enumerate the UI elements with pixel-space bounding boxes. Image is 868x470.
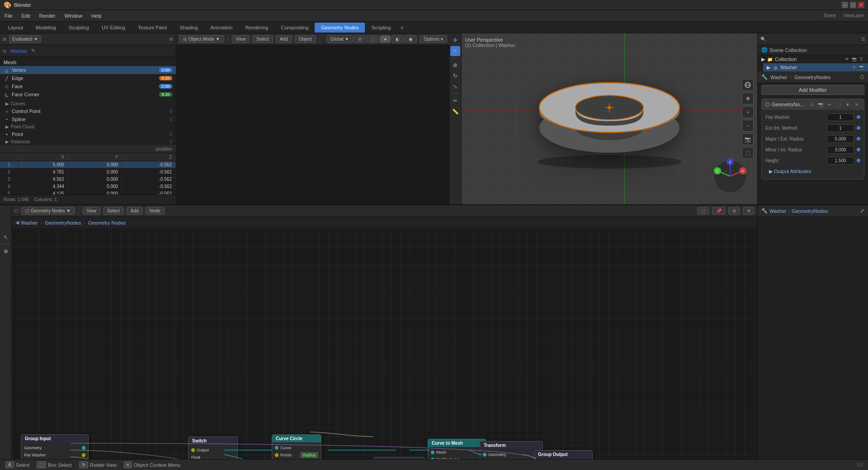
tab-modeling[interactable]: Modeling	[29, 23, 62, 33]
global-dropdown[interactable]: Global ▼	[326, 35, 354, 43]
overlay-btn[interactable]: ⊙	[354, 35, 366, 43]
menu-edit[interactable]: Edit	[17, 10, 35, 21]
menu-render[interactable]: Render	[35, 10, 60, 21]
mode-selector[interactable]: ◎ Object Mode ▼	[179, 35, 224, 43]
face-corner-item[interactable]: ◺ Face Corner 8.2K	[0, 90, 176, 99]
nav-zoom-in[interactable]: +	[742, 106, 754, 118]
cc1-points-val[interactable]: Radius	[300, 452, 318, 458]
output-attrs[interactable]: ▶ Output Attributes	[765, 167, 860, 176]
object-menu[interactable]: Object	[295, 35, 316, 43]
collection-filter[interactable]: ☰	[858, 56, 864, 62]
node-menu[interactable]: Node	[146, 207, 165, 215]
washer-render[interactable]: 📷	[858, 64, 864, 70]
close-button[interactable]: ✕	[858, 2, 864, 8]
collection-render[interactable]: 📷	[851, 56, 857, 62]
edge-item[interactable]: ╱ Edge 4.1K	[0, 74, 176, 82]
shading-solid[interactable]: ●	[380, 35, 391, 43]
minor-radius-value[interactable]: 3.000	[827, 146, 854, 154]
evaluated-dropdown[interactable]: Evaluated ▼	[9, 35, 41, 43]
measure-tool[interactable]: 📏	[450, 107, 460, 117]
tab-layout[interactable]: Layout	[2, 23, 29, 33]
tab-texture-paint[interactable]: Texture Paint	[132, 23, 173, 33]
tab-geometry-nodes[interactable]: Geometry Nodes	[315, 23, 365, 33]
camera-view[interactable]: 📷	[742, 133, 754, 145]
modifier-dropdown-btn[interactable]: ▼	[844, 101, 851, 108]
modifier-realtime-btn[interactable]: ⊙	[808, 101, 815, 108]
nav-pan[interactable]: ✥	[742, 93, 754, 104]
node-close-btn[interactable]: ✕	[743, 207, 755, 215]
node-bc-group[interactable]: Geometry Nodes	[88, 220, 126, 226]
scale-tool[interactable]: ⤡	[450, 82, 460, 92]
tab-shading[interactable]: Shading	[173, 23, 204, 33]
rp-expand-btn[interactable]: ⤢	[860, 208, 864, 214]
node-new-btn[interactable]: ⬚	[697, 207, 709, 215]
options-btn[interactable]: Options ▾	[420, 35, 447, 43]
move-tool[interactable]: ⊕	[450, 60, 460, 70]
curves-section-header[interactable]: ▶ Curves	[0, 100, 176, 107]
shading-material[interactable]: ◐	[392, 35, 404, 43]
spline-item[interactable]: ~ Spline 0	[0, 115, 176, 123]
modifier-viewport-btn[interactable]: ⬚	[835, 101, 842, 108]
rotate-tool[interactable]: ↻	[450, 71, 460, 81]
node-bc-mod[interactable]: GeometryNodes	[45, 220, 81, 226]
node-zoom-tool[interactable]: ⊕	[1, 246, 11, 256]
add-menu[interactable]: Add	[276, 35, 292, 43]
nav-orbit[interactable]	[742, 79, 754, 91]
face-item[interactable]: □ Face 2.0K	[0, 82, 176, 90]
modifier-close-btn[interactable]: ✕	[853, 101, 860, 108]
tab-animation[interactable]: Animation	[204, 23, 239, 33]
table-row[interactable]: 1 5.000 0.000 -0.562	[0, 161, 176, 169]
tab-rendering[interactable]: Rendering	[239, 23, 274, 33]
washer-eye[interactable]: 👁	[851, 64, 857, 70]
node-editor[interactable]: ⬡ ⬡ Geometry Nodes ▼ View Select Add Nod…	[12, 205, 757, 470]
control-point-item[interactable]: ○ Control Point 0	[0, 107, 176, 115]
table-row[interactable]: 3 4.562 0.000 -0.562	[0, 176, 176, 183]
table-row[interactable]: 2 4.781 0.000 -0.562	[0, 169, 176, 176]
menu-help[interactable]: Help	[87, 10, 106, 21]
instances-section-header[interactable]: ▶ Instances 0	[0, 138, 176, 145]
view-menu[interactable]: View	[232, 35, 250, 43]
annotate-tool[interactable]: ✏	[450, 96, 460, 106]
collection-eye[interactable]: 👁	[844, 56, 850, 62]
point-item[interactable]: • Point 0	[0, 130, 176, 138]
tab-uv-editing[interactable]: UV Editing	[95, 23, 132, 33]
node-view-menu[interactable]: View	[83, 207, 101, 215]
maximize-button[interactable]: □	[850, 2, 856, 8]
select-menu[interactable]: Select	[252, 35, 273, 43]
shading-render[interactable]: ◉	[405, 35, 417, 43]
washer-item[interactable]: ▶ ◎ Washer 👁 📷	[763, 63, 868, 71]
ext-int-method-value[interactable]: 1	[827, 124, 854, 132]
cursor-tool[interactable]: ✛	[450, 35, 460, 45]
major-radius-value[interactable]: 5.000	[827, 135, 854, 143]
vertex-item[interactable]: △ Vertex 2.0K	[0, 66, 176, 74]
height-value[interactable]: 1.500	[827, 157, 854, 164]
tab-scripting[interactable]: Scripting	[365, 23, 397, 33]
shading-wire[interactable]: ⬚	[367, 35, 379, 43]
add-workspace-tab[interactable]: +	[397, 23, 407, 33]
tab-compositing[interactable]: Compositing	[274, 23, 315, 33]
node-add-menu[interactable]: Add	[127, 207, 143, 215]
tab-sculpting[interactable]: Sculpting	[62, 23, 95, 33]
node-select-tool[interactable]: ↖	[1, 232, 11, 242]
modifier-header[interactable]: ⬡ GeometryNo... ⊙ 📷 ✏ ⬚ ▼ ✕	[762, 99, 864, 110]
select-tool[interactable]: ↖	[450, 46, 460, 56]
prop-expand[interactable]: ⬡	[860, 74, 864, 80]
node-bc-obj[interactable]: Washer	[21, 220, 38, 226]
table-row[interactable]: 5 4.125 0.000 -0.562	[0, 190, 176, 195]
menu-file[interactable]: File	[0, 10, 17, 21]
collection-item[interactable]: ▶ 📁 Collection 👁 📷 ☰	[758, 55, 868, 63]
table-row[interactable]: 4 4.344 0.000 -0.562	[0, 183, 176, 190]
modifier-edit-btn[interactable]: ✏	[826, 101, 833, 108]
node-select-menu[interactable]: Select	[103, 207, 124, 215]
toggle-local[interactable]: ⬚	[742, 147, 754, 159]
viewport-canvas[interactable]: User Perspective (1) Collection | Washer	[462, 33, 757, 204]
node-pin-btn[interactable]: 📌	[712, 207, 726, 215]
flat-washer-value[interactable]: 1	[827, 113, 854, 121]
add-modifier-button[interactable]: Add Modifier	[761, 85, 864, 95]
minimize-button[interactable]: ─	[842, 2, 848, 8]
menu-window[interactable]: Window	[60, 10, 87, 21]
modifier-render-btn[interactable]: 📷	[817, 101, 824, 108]
node-type-dropdown[interactable]: ⬡ Geometry Nodes ▼	[21, 207, 75, 215]
point-cloud-header[interactable]: ▶ Point Cloud	[0, 123, 176, 130]
node-bc-back[interactable]: ◀	[15, 220, 19, 226]
